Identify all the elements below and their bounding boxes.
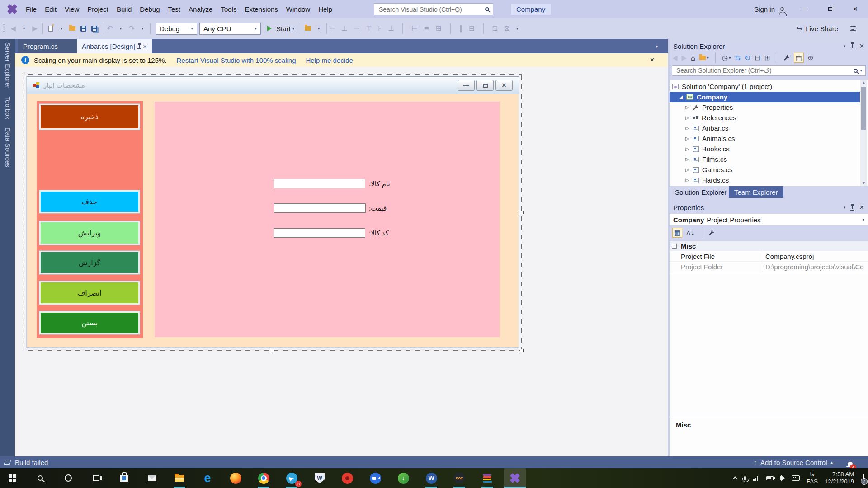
menu-project[interactable]: Project (83, 0, 113, 18)
menu-file[interactable]: File (22, 0, 41, 18)
redo-button[interactable]: ↷ (126, 22, 137, 35)
cancel-button[interactable]: انصراف (39, 281, 140, 305)
solution-configuration-dropdown[interactable]: Debug▾ (156, 23, 197, 35)
property-row-project-folder[interactable]: Project Folder D:\programing\projects\vi… (670, 262, 868, 272)
volume-icon[interactable] (780, 476, 782, 480)
preview-selected-items-icon[interactable]: ⊞ (764, 54, 770, 62)
navigate-back-button[interactable]: ◀ (8, 22, 19, 35)
close-button[interactable]: × (843, 0, 868, 18)
taskbar-store-button[interactable] (113, 468, 135, 488)
property-pages-wrench-icon[interactable] (708, 230, 715, 236)
home-icon[interactable]: ⌂ (691, 54, 695, 62)
tab-team-explorer[interactable]: Team Explorer (729, 186, 783, 198)
expander-collapsed-icon[interactable]: ▷ (685, 105, 689, 110)
menu-edit[interactable]: Edit (41, 0, 61, 18)
solution-search-box[interactable]: ▾ (672, 65, 866, 76)
taskbar-cortana-button[interactable] (57, 468, 79, 488)
feedback-button[interactable] (850, 18, 856, 39)
solution-badge[interactable]: Company (511, 4, 551, 15)
menu-view[interactable]: View (61, 0, 83, 18)
align-lefts-button[interactable]: ⊢ (329, 24, 335, 33)
vs-search-input[interactable] (378, 5, 485, 14)
tree-item-hards-cs[interactable]: ▷ Hards.cs (670, 175, 860, 185)
navigate-back-dropdown[interactable]: ▾ (19, 22, 29, 35)
align-middles-button[interactable]: ⊦ (378, 24, 382, 33)
save-record-button[interactable]: ذخیره (39, 104, 140, 130)
form-minimize-button[interactable] (458, 80, 475, 91)
undo-dropdown[interactable]: ▾ (115, 22, 126, 35)
menu-extensions[interactable]: Extensions (241, 0, 282, 18)
make-same-height-button[interactable]: ≡ (424, 24, 430, 33)
designed-form[interactable]: مشخصات انبار × ذخیره حذف ویرایش گزارش ان… (27, 76, 519, 347)
new-project-dropdown[interactable]: ▾ (56, 22, 67, 35)
add-to-source-control-button[interactable]: ↑ Add to Source Control ▴ (754, 456, 833, 468)
properties-object-dropdown[interactable]: Company Project Properties ▾ (670, 214, 868, 225)
expander-collapsed-icon[interactable]: ▷ (685, 136, 689, 141)
menu-window[interactable]: Window (282, 0, 314, 18)
pin-icon[interactable] (139, 45, 140, 48)
align-centers-button[interactable]: ⊥ (341, 24, 347, 33)
delete-record-button[interactable]: حذف (39, 190, 140, 213)
menu-help[interactable]: Help (314, 0, 336, 18)
taskbar-winrar-button[interactable] (476, 468, 498, 488)
tree-item-animals-cs[interactable]: ▷ Animals.cs (670, 133, 860, 144)
language-indicator[interactable]: فا FAS (807, 471, 818, 485)
taskbar-windscribe-button[interactable]: W (309, 468, 330, 488)
collapse-category-icon[interactable]: − (672, 244, 677, 249)
open-file-button[interactable] (67, 22, 78, 35)
close-icon[interactable]: × (143, 43, 147, 50)
save-button[interactable] (78, 22, 89, 35)
refresh-icon[interactable]: ↻ (745, 54, 750, 62)
tab-solution-explorer[interactable]: Solution Explorer (670, 186, 732, 198)
scrollbar-thumb[interactable] (861, 87, 866, 130)
resize-handle-bottom[interactable] (271, 349, 274, 352)
scroll-down-icon[interactable]: ▼ (860, 180, 867, 186)
close-icon[interactable]: ✕ (859, 42, 864, 50)
expander-collapsed-icon[interactable]: ▷ (685, 146, 689, 151)
solution-platform-dropdown[interactable]: Any CPU▾ (199, 23, 261, 35)
back-icon[interactable]: ◀ (672, 54, 678, 62)
close-icon[interactable]: ✕ (859, 204, 864, 211)
product-name-textbox[interactable] (274, 179, 365, 188)
make-same-size-button[interactable]: ⊞ (436, 24, 442, 33)
minimize-button[interactable] (792, 0, 817, 18)
clock[interactable]: 7:58 AM 12/21/2019 (825, 471, 854, 485)
switch-views-button[interactable]: ▾ (699, 56, 709, 60)
buttons-panel[interactable]: ذخیره حذف ویرایش گزارش انصراف بستن (37, 101, 143, 338)
close-form-button[interactable]: بستن (39, 311, 140, 334)
menu-test[interactable]: Test (164, 0, 185, 18)
expander-collapsed-icon[interactable]: ▷ (685, 178, 689, 183)
battery-icon[interactable] (766, 476, 774, 480)
property-row-project-file[interactable]: Project File Company.csproj (670, 251, 868, 262)
tray-expand-chevron-icon[interactable] (733, 476, 738, 481)
tab-program-cs[interactable]: Program.cs (18, 39, 77, 53)
start-debug-button[interactable]: Start ▾ (267, 25, 294, 33)
make-same-width-button[interactable]: ⊨ (411, 24, 417, 33)
scroll-up-icon[interactable]: ▲ (860, 80, 867, 86)
vs-search-box[interactable] (374, 3, 493, 15)
align-rights-button[interactable]: ⊣ (354, 24, 359, 33)
product-code-textbox[interactable] (274, 228, 365, 238)
taskbar-mail-button[interactable] (141, 468, 163, 488)
taskbar-start-button[interactable] (1, 468, 23, 488)
taskbar-red-app-button[interactable] (336, 468, 358, 488)
fields-panel[interactable]: نام کالا: قیمت: کد کالا: (155, 102, 500, 337)
pending-chang es-filter-button[interactable]: ◷▾ (722, 54, 731, 62)
new-solution-explorer-view-icon[interactable]: ⊕ (808, 54, 814, 62)
align-bottoms-button[interactable]: ⊥ (388, 24, 394, 33)
align-tops-button[interactable]: ⊤ (366, 24, 372, 33)
restore-button[interactable] (817, 0, 843, 18)
taskbar-file-explorer-button[interactable] (169, 468, 190, 488)
forms-designer-surface[interactable]: مشخصات انبار × ذخیره حذف ویرایش گزارش ان… (15, 67, 668, 456)
save-all-button[interactable] (89, 22, 99, 35)
solution-explorer-header[interactable]: Solution Explorer ▾ ✕ (670, 41, 868, 52)
category-row-misc[interactable]: − Misc (670, 241, 868, 251)
pin-icon[interactable] (852, 44, 853, 48)
network-icon[interactable] (753, 476, 760, 481)
find-in-files-button[interactable] (302, 22, 313, 35)
infobar-close-icon[interactable]: × (650, 56, 654, 64)
bring-to-front-button[interactable]: ⊡ (492, 24, 498, 33)
taskbar-chrome-button[interactable] (253, 468, 274, 488)
sign-in-button[interactable]: Sign in (754, 0, 788, 18)
tab-anbar-cs-design[interactable]: Anbar.cs [Design] × (77, 39, 152, 53)
